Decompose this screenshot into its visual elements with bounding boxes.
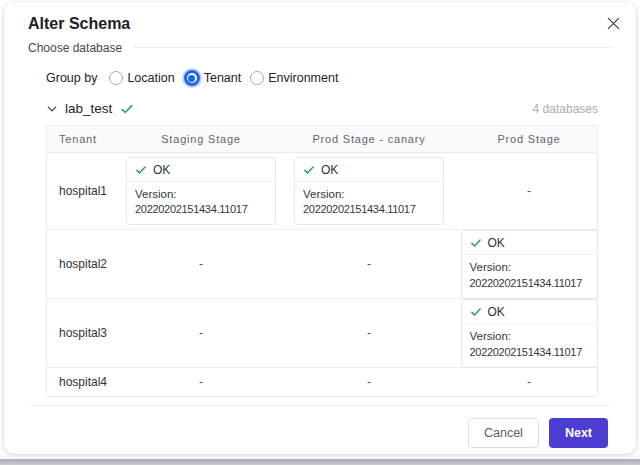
database-count: 4 databases (533, 102, 598, 116)
version-label: Version: (470, 328, 589, 345)
database-group-name: lab_test (65, 101, 112, 116)
empty-cell: - (117, 375, 285, 389)
radio-label-tenant: Tenant (204, 71, 242, 85)
table-row: hospital4 - - - (47, 368, 597, 396)
section-divider: Choose database (28, 40, 612, 55)
empty-cell: - (285, 375, 453, 389)
status-label: OK (488, 236, 505, 250)
section-label: Choose database (28, 41, 122, 55)
check-icon (470, 237, 482, 249)
alter-schema-dialog: Alter Schema Choose database Group by Lo… (4, 2, 636, 454)
empty-cell: - (453, 184, 598, 198)
radio-option-environment[interactable]: Environment (250, 71, 338, 85)
table-row: hospital2 - - OK Version: 2022020215 (47, 230, 597, 299)
databases-table: Tenant Staging Stage Prod Stage - canary… (46, 125, 598, 397)
column-header-staging: Staging Stage (117, 133, 285, 145)
tenant-name: hospital4 (47, 375, 117, 389)
group-by-label: Group by (46, 71, 97, 85)
tenant-name: hospital1 (47, 184, 117, 198)
dialog-title: Alter Schema (28, 14, 612, 33)
empty-cell: - (117, 257, 285, 271)
dialog-footer: Cancel Next (4, 406, 636, 448)
tenant-name: hospital2 (47, 257, 117, 271)
column-header-prod-canary: Prod Stage - canary (285, 133, 453, 145)
prod-canary-cell: OK Version: 20220202151434.11017 (285, 153, 453, 229)
empty-cell: - (285, 257, 453, 271)
page-bottom-edge (0, 459, 640, 465)
table-header: Tenant Staging Stage Prod Stage - canary… (47, 126, 597, 153)
table-row: hospital3 - - OK Version: 2022020215 (47, 299, 597, 368)
radio-option-location[interactable]: Location (109, 71, 174, 85)
column-header-tenant: Tenant (47, 133, 117, 145)
tenant-name: hospital3 (47, 326, 117, 340)
radio-label-location: Location (127, 71, 174, 85)
status-label: OK (153, 163, 170, 177)
radio-icon[interactable] (109, 71, 123, 85)
check-icon (303, 164, 315, 176)
radio-selected-icon[interactable] (184, 70, 200, 86)
empty-cell: - (285, 326, 453, 340)
version-value: 20220202151434.11017 (135, 202, 267, 218)
status-label: OK (488, 305, 505, 319)
database-group-row: lab_test 4 databases (46, 101, 598, 116)
divider-line (134, 47, 612, 48)
next-button[interactable]: Next (549, 418, 608, 448)
radio-icon[interactable] (250, 71, 264, 85)
status-card: OK Version: 20220202151434.11017 (126, 157, 276, 226)
check-icon (470, 306, 482, 318)
version-value: 20220202151434.11017 (470, 276, 589, 292)
close-button[interactable] (602, 12, 624, 34)
version-label: Version: (135, 186, 267, 203)
group-by-row: Group by Location Tenant Environment (46, 70, 636, 86)
empty-cell: - (117, 326, 285, 340)
status-label: OK (321, 163, 338, 177)
empty-cell: - (453, 375, 598, 389)
close-icon (606, 16, 621, 31)
version-value: 20220202151434.11017 (303, 202, 435, 218)
status-card: OK Version: 20220202151434.11017 (461, 299, 598, 368)
version-label: Version: (470, 259, 589, 276)
version-value: 20220202151434.11017 (470, 345, 589, 361)
page: Alter Schema Choose database Group by Lo… (0, 0, 640, 465)
dialog-header: Alter Schema (4, 2, 636, 33)
column-header-prod: Prod Stage (453, 133, 598, 145)
prod-cell: OK Version: 20220202151434.11017 (453, 299, 598, 368)
check-icon (120, 102, 134, 116)
table-row: hospital1 OK Version: 20220202151434.110… (47, 153, 597, 230)
prod-cell: OK Version: 20220202151434.11017 (453, 230, 598, 299)
chevron-down-icon[interactable] (46, 103, 58, 115)
cancel-button[interactable]: Cancel (468, 418, 539, 448)
status-card: OK Version: 20220202151434.11017 (294, 157, 444, 226)
radio-option-tenant[interactable]: Tenant (184, 70, 242, 86)
check-icon (135, 164, 147, 176)
version-label: Version: (303, 186, 435, 203)
staging-cell: OK Version: 20220202151434.11017 (117, 153, 285, 229)
status-card: OK Version: 20220202151434.11017 (461, 230, 598, 299)
radio-label-environment: Environment (268, 71, 338, 85)
